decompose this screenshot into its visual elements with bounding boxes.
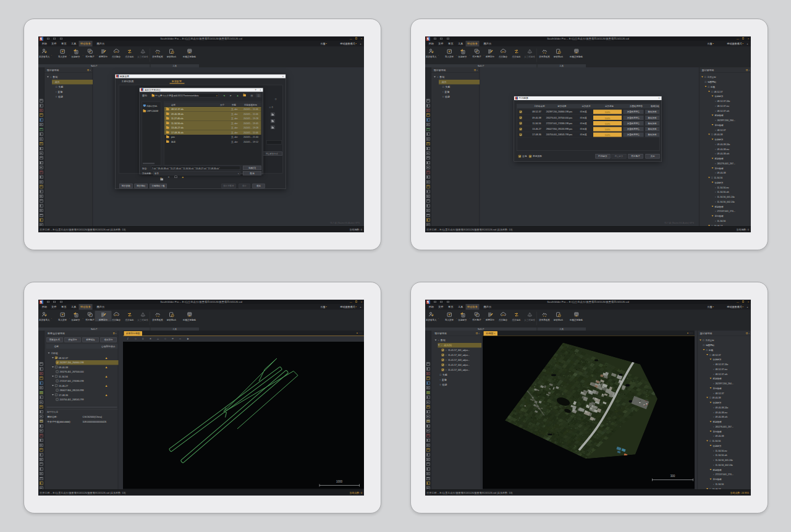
svg-text:1000: 1000 [336,480,343,483]
svg-text:pos: pos [502,315,505,316]
svg-text:pos: pos [502,51,505,53]
svg-text:pos: pos [115,315,118,316]
svg-text:300: 300 [670,475,675,478]
svg-text:pos: pos [115,51,118,53]
